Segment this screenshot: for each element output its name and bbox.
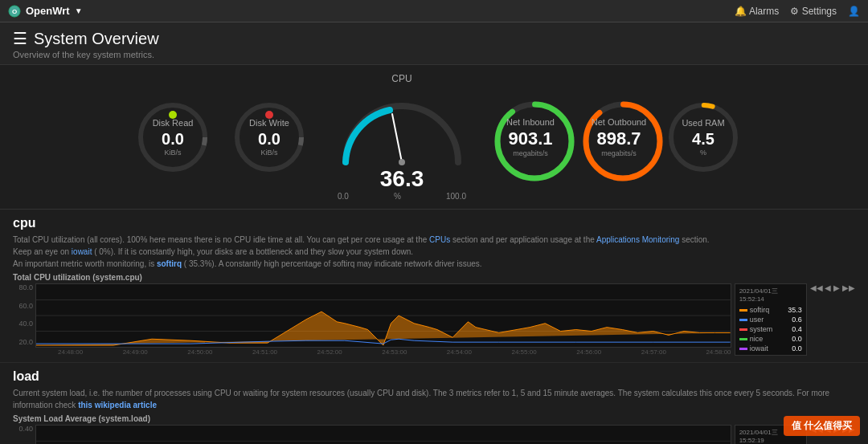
cpu-section-title: cpu <box>13 216 855 230</box>
used-ram-gauge: Used RAM 4.5 % <box>663 97 743 177</box>
disk-read-center: Disk Read 0.0 KiB/s <box>153 118 194 157</box>
cpu-gauge-svg <box>330 86 474 174</box>
navbar-brand[interactable]: O OpenWrt ▼ <box>8 5 83 18</box>
iowait-color <box>739 348 747 350</box>
net-outbound-center: Net Outbound 898.7 megabits/s <box>592 117 647 157</box>
cpu-max: 100.0 <box>446 192 466 201</box>
disk-read-gauge: Disk Read 0.0 KiB/s <box>133 97 213 177</box>
disk-write-center: Disk Write 0.0 KiB/s <box>249 118 289 157</box>
load-chart-container: 0.40 0.20 <box>13 425 855 444</box>
cpu-chart-title: Total CPU utilization (system.cpu) <box>13 273 855 282</box>
cpu-chart-area <box>35 283 731 348</box>
cpu-min: 0.0 <box>338 192 349 201</box>
page-title: ☰ System Overview <box>13 29 855 48</box>
cpu-chart-flex: 24:48:00 24:49:00 24:50:00 24:51:00 24:5… <box>35 283 731 356</box>
net-outbound-label: Net Outbound <box>592 117 647 127</box>
cpu-legend-iowait: iowait 0.0 <box>739 344 802 352</box>
disk-write-unit: KiB/s <box>249 149 289 157</box>
net-outbound-gauge: Net Outbound 898.7 megabits/s <box>579 97 659 177</box>
wikipedia-link[interactable]: this wikipedia article <box>78 401 157 409</box>
brand-chevron-icon[interactable]: ▼ <box>75 6 83 15</box>
net-outbound-value: 898.7 <box>592 130 647 148</box>
net-inbound-center: Net Inbound 903.1 megabits/s <box>506 117 555 157</box>
softirq-link[interactable]: softirq <box>157 259 182 268</box>
load-chart-svg <box>36 426 731 444</box>
load-section-desc: Current system load, i.e. the number of … <box>13 387 855 411</box>
load-chart-title: System Load Average (system.load) <box>13 414 855 423</box>
user-icon[interactable]: 👤 <box>848 6 860 17</box>
cpu-label: CPU <box>391 73 411 84</box>
page-header: ☰ System Overview Overview of the key sy… <box>0 22 868 65</box>
svg-point-9 <box>399 159 405 165</box>
used-ram-label: Used RAM <box>682 118 724 128</box>
disk-read-widget: Disk Read 0.0 KiB/s <box>129 97 217 177</box>
net-inbound-unit: megabits/s <box>506 149 555 157</box>
load-section: load Current system load, i.e. the numbe… <box>0 363 868 444</box>
settings-button[interactable]: ⚙ Settings <box>790 6 837 17</box>
used-ram-value: 4.5 <box>682 131 724 147</box>
cpu-widget: CPU 36.3 0.0 % 100.0 <box>321 73 482 201</box>
net-outbound-unit: megabits/s <box>592 149 647 157</box>
system-color <box>739 328 747 331</box>
svg-text:O: O <box>12 8 17 15</box>
svg-line-8 <box>392 114 402 162</box>
cpu-legend-nice: nice 0.0 <box>739 335 802 343</box>
cpu-chart-svg <box>36 284 731 347</box>
disk-write-label: Disk Write <box>249 118 289 128</box>
disk-write-widget: Disk Write 0.0 KiB/s <box>225 97 313 177</box>
cpu-unit: % <box>394 192 401 201</box>
cpu-legend-time: 2021/04/01三15:52:14 <box>739 287 802 303</box>
brand-name: OpenWrt <box>26 5 70 17</box>
navbar-actions: 🔔 Alarms ⚙ Settings 👤 <box>735 6 860 17</box>
disk-read-value: 0.0 <box>153 131 194 147</box>
net-inbound-value: 903.1 <box>506 130 555 148</box>
cpu-range: 0.0 % 100.0 <box>338 192 466 201</box>
cpu-legend-softirq: softirq 35.3 <box>739 306 802 314</box>
cpu-y-axis: 80.0 60.0 40.0 20.0 <box>13 283 35 356</box>
cpu-section: cpu Total CPU utilization (all cores). 1… <box>0 210 868 363</box>
net-inbound-widget: Net Inbound 903.1 megabits/s <box>490 97 571 177</box>
navbar: O OpenWrt ▼ 🔔 Alarms ⚙ Settings 👤 <box>0 0 868 22</box>
cpu-value: 36.3 <box>380 166 424 192</box>
nice-color <box>739 338 747 340</box>
net-inbound-label: Net Inbound <box>506 117 555 127</box>
iowait-link[interactable]: iowait <box>72 247 92 256</box>
net-inbound-gauge: Net Inbound 903.1 megabits/s <box>490 97 571 177</box>
cpu-chart-container: 80.0 60.0 40.0 20.0 <box>13 283 855 356</box>
user-color <box>739 319 747 321</box>
cpu-x-axis: 24:48:00 24:49:00 24:50:00 24:51:00 24:5… <box>35 348 731 356</box>
load-chart-flex: 24:48:00 24:49:00 24:50:00 24:51:00 24:5… <box>35 425 731 444</box>
cpus-link[interactable]: CPUs <box>429 235 450 244</box>
used-ram-center: Used RAM 4.5 % <box>682 118 724 157</box>
disk-read-unit: KiB/s <box>153 149 194 157</box>
openwrt-logo-icon: O <box>8 5 21 18</box>
cpu-legend-system: system 0.4 <box>739 325 802 333</box>
cpu-section-desc: Total CPU utilization (all cores). 100% … <box>13 234 855 270</box>
cpu-legend: 2021/04/01三15:52:14 softirq 35.3 user 0.… <box>735 283 807 356</box>
net-outbound-widget: Net Outbound 898.7 megabits/s <box>579 97 659 177</box>
load-chart-area <box>35 425 731 444</box>
cpu-legend-user: user 0.6 <box>739 316 802 324</box>
used-ram-widget: Used RAM 4.5 % <box>667 97 739 177</box>
used-ram-unit: % <box>682 149 724 157</box>
cpu-chart-with-legend: 24:48:00 24:49:00 24:50:00 24:51:00 24:5… <box>35 283 855 356</box>
disk-read-label: Disk Read <box>153 118 194 128</box>
load-chart-with-legend: 24:48:00 24:49:00 24:50:00 24:51:00 24:5… <box>35 425 855 444</box>
alarms-button[interactable]: 🔔 Alarms <box>735 6 779 17</box>
load-section-title: load <box>13 369 855 384</box>
disk-write-gauge: Disk Write 0.0 KiB/s <box>229 97 309 177</box>
watermark: 值 什么值得买 <box>784 416 860 436</box>
disk-write-value: 0.0 <box>249 131 289 147</box>
page-icon: ☰ <box>13 29 27 48</box>
softirq-color <box>739 309 747 312</box>
app-monitoring-link[interactable]: Applications Monitoring <box>596 235 679 244</box>
page-subtitle: Overview of the key system metrics. <box>13 50 855 59</box>
cpu-nav-arrows[interactable]: ◀◀ ◀ ▶ ▶▶ <box>810 283 855 356</box>
load-y-axis: 0.40 0.20 <box>13 425 35 444</box>
metrics-row: Disk Read 0.0 KiB/s Disk Write 0.0 KiB/s… <box>0 65 868 210</box>
